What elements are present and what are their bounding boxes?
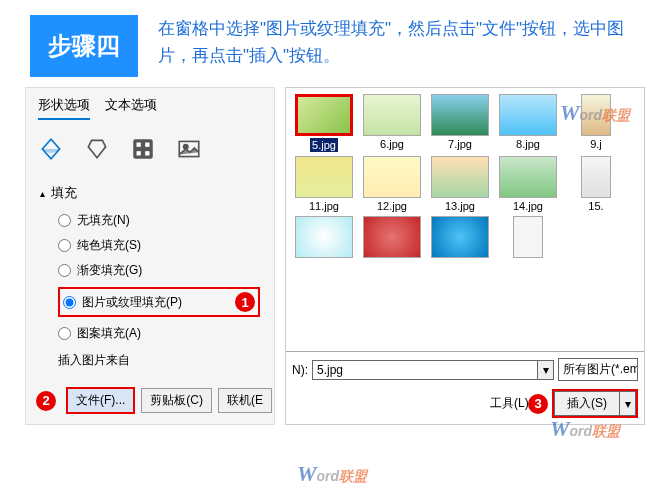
- thumbnail-image: [513, 216, 543, 258]
- radio-pattern-fill-label: 图案填充(A): [77, 325, 141, 342]
- fill-section-header[interactable]: 填充: [40, 184, 260, 202]
- thumbnail-label: 14.jpg: [513, 200, 543, 212]
- layout-icon[interactable]: [130, 136, 156, 166]
- radio-picture-fill[interactable]: 图片或纹理填充(P): [63, 294, 182, 311]
- radio-solid-fill-label: 纯色填充(S): [77, 237, 141, 254]
- tab-text-options[interactable]: 文本选项: [105, 96, 157, 120]
- thumbnail-image: [431, 156, 489, 198]
- online-button[interactable]: 联机(E: [218, 388, 272, 413]
- picture-icon[interactable]: [176, 136, 202, 166]
- thumbnail-item[interactable]: [428, 216, 492, 258]
- thumbnail-label: 11.jpg: [309, 200, 339, 212]
- thumbnail-item[interactable]: 6.jpg: [360, 94, 424, 152]
- fill-line-icon[interactable]: [38, 136, 64, 166]
- thumbnail-grid: 5.jpg6.jpg7.jpg8.jpg9.j11.jpg12.jpg13.jp…: [286, 88, 644, 351]
- thumbnail-label: 7.jpg: [448, 138, 472, 150]
- thumbnail-image: [363, 216, 421, 258]
- filename-label: N):: [292, 363, 308, 377]
- callout-badge-2: 2: [36, 391, 56, 411]
- radio-picture-fill-label: 图片或纹理填充(P): [82, 294, 182, 311]
- thumbnail-item[interactable]: 8.jpg: [496, 94, 560, 152]
- thumbnail-image: [295, 94, 353, 136]
- thumbnail-item[interactable]: [496, 216, 560, 258]
- thumbnail-label: 13.jpg: [445, 200, 475, 212]
- svg-rect-0: [133, 139, 153, 159]
- thumbnail-item[interactable]: 15.: [564, 156, 628, 212]
- radio-gradient-fill-label: 渐变填充(G): [77, 262, 142, 279]
- thumbnail-image: [499, 156, 557, 198]
- thumbnail-image: [431, 94, 489, 136]
- thumbnail-label: 8.jpg: [516, 138, 540, 150]
- filename-dropdown-icon[interactable]: ▾: [538, 360, 554, 380]
- effects-icon[interactable]: [84, 136, 110, 166]
- thumbnail-item[interactable]: 11.jpg: [292, 156, 356, 212]
- radio-no-fill[interactable]: 无填充(N): [58, 212, 260, 229]
- file-button[interactable]: 文件(F)...: [66, 387, 135, 414]
- svg-rect-1: [137, 143, 141, 147]
- tab-shape-options[interactable]: 形状选项: [38, 96, 90, 120]
- thumbnail-image: [499, 94, 557, 136]
- thumbnail-item[interactable]: [292, 216, 356, 258]
- thumbnail-image: [431, 216, 489, 258]
- thumbnail-item[interactable]: [360, 216, 424, 258]
- svg-rect-3: [137, 151, 141, 155]
- filename-input[interactable]: [312, 360, 538, 380]
- watermark: Word联盟: [560, 100, 630, 126]
- insert-dropdown-icon[interactable]: ▾: [620, 391, 636, 416]
- radio-solid-fill[interactable]: 纯色填充(S): [58, 237, 260, 254]
- watermark: Word联盟: [550, 416, 620, 442]
- radio-pattern-fill[interactable]: 图案填充(A): [58, 325, 260, 342]
- file-browser: 5.jpg6.jpg7.jpg8.jpg9.j11.jpg12.jpg13.jp…: [285, 87, 645, 425]
- callout-badge-3: 3: [528, 394, 548, 414]
- thumbnail-item[interactable]: 7.jpg: [428, 94, 492, 152]
- svg-rect-2: [145, 143, 149, 147]
- insert-from-label: 插入图片来自: [58, 352, 260, 369]
- thumbnail-image: [363, 156, 421, 198]
- thumbnail-label: 12.jpg: [377, 200, 407, 212]
- thumbnail-label: 15.: [588, 200, 603, 212]
- clipboard-button[interactable]: 剪贴板(C): [141, 388, 212, 413]
- thumbnail-label: 6.jpg: [380, 138, 404, 150]
- svg-rect-4: [145, 151, 149, 155]
- radio-gradient-fill[interactable]: 渐变填充(G): [58, 262, 260, 279]
- thumbnail-image: [295, 156, 353, 198]
- thumbnail-image: [295, 216, 353, 258]
- radio-no-fill-label: 无填充(N): [77, 212, 130, 229]
- watermark: Word联盟: [297, 461, 367, 487]
- callout-badge-1: 1: [235, 292, 255, 312]
- thumbnail-item[interactable]: 14.jpg: [496, 156, 560, 212]
- thumbnail-item[interactable]: 12.jpg: [360, 156, 424, 212]
- thumbnail-label: 9.j: [590, 138, 602, 150]
- thumbnail-image: [581, 156, 611, 198]
- step-badge: 步骤四: [30, 15, 138, 77]
- format-sidebar: 形状选项 文本选项 填充 无填充(N) 纯色填充(S) 渐变填充(G) 图片或纹…: [25, 87, 275, 425]
- thumbnail-image: [363, 94, 421, 136]
- thumbnail-label: 5.jpg: [310, 138, 338, 152]
- thumbnail-item[interactable]: 13.jpg: [428, 156, 492, 212]
- filetype-filter[interactable]: 所有图片(*.em: [558, 358, 638, 381]
- instruction-text: 在窗格中选择"图片或纹理填充"，然后点击"文件"按钮，选中图片，再点击"插入"按…: [158, 15, 640, 69]
- insert-button[interactable]: 插入(S): [554, 391, 620, 416]
- thumbnail-item[interactable]: 5.jpg: [292, 94, 356, 152]
